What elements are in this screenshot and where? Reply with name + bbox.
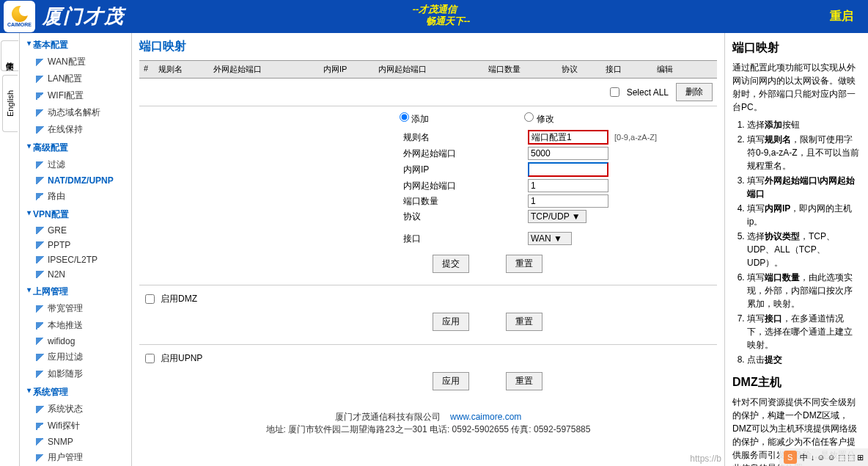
reset-button[interactable]: 重置 (506, 255, 542, 273)
footer-link[interactable]: www.caimore.com (450, 412, 521, 422)
nav-item[interactable]: 过滤 (33, 156, 131, 173)
dmz-label: 启用DMZ (161, 293, 197, 305)
interface-select[interactable]: WAN ▼ (528, 232, 572, 245)
main-content: 端口映射 # 规则名 外网起始端口 内网IP 内网起始端口 端口数量 协议 接口… (132, 33, 724, 466)
select-all-label: Select ALL (627, 87, 669, 98)
protocol-select[interactable]: TCP/UDP ▼ (528, 210, 586, 223)
radio-add[interactable]: 添加 (400, 112, 429, 125)
page-title: 端口映射 (139, 37, 717, 57)
table-header: # 规则名 外网起始端口 内网IP 内网起始端口 端口数量 协议 接口 编辑 (139, 60, 717, 79)
nav-item[interactable]: Wifi探针 (33, 418, 131, 434)
nav-item[interactable]: 用户管理 (33, 449, 131, 466)
dmz-reset-button[interactable]: 重置 (506, 313, 542, 331)
nav-group-title[interactable]: 基本配置 (20, 37, 131, 54)
port-count-input[interactable] (528, 194, 608, 208)
nav-item[interactable]: LAN配置 (33, 70, 131, 87)
nav-item[interactable]: WAN配置 (33, 54, 131, 70)
ext-port-input[interactable] (528, 147, 608, 160)
int-port-input[interactable] (528, 179, 608, 192)
reboot-link[interactable]: 重启 (830, 9, 853, 24)
nav-item[interactable]: 在线保持 (33, 121, 131, 138)
brand-name: 厦门才茂 (43, 4, 125, 29)
nav-item[interactable]: PPTP (33, 238, 131, 252)
nav-item[interactable]: GRE (33, 223, 131, 238)
radio-modify[interactable]: 修改 (524, 112, 553, 125)
delete-button[interactable]: 删除 (676, 83, 713, 101)
nav-item[interactable]: 本地推送 (33, 317, 131, 334)
footer: 厦门才茂通信科技有限公司 www.caimore.com 地址: 厦门市软件园二… (139, 404, 717, 443)
sidebar: 基本配置WAN配置LAN配置WIFI配置动态域名解析在线保持高级配置过滤NAT/… (20, 33, 132, 466)
nav-item[interactable]: NAT/DMZ/UPNP (33, 173, 131, 188)
system-tray: S 中 ↓ ☺ ☺ ⬚ ⬚ ⊞ (779, 448, 868, 466)
nav-item[interactable]: 路由 (33, 188, 131, 205)
nav-item[interactable]: 系统状态 (33, 401, 131, 418)
logo: CAIMORE (4, 1, 35, 32)
help-panel: 端口映射 通过配置此项功能可以实现从外网访问网内的以太网设备。做映射时，外部端口… (724, 33, 868, 466)
select-all-checkbox[interactable] (610, 87, 619, 97)
nav-item[interactable]: N2N (33, 267, 131, 282)
nav-item[interactable]: 动态域名解析 (33, 104, 131, 121)
nav-item[interactable]: IPSEC/L2TP (33, 252, 131, 267)
nav-group-title[interactable]: VPN配置 (20, 206, 131, 223)
rule-name-input[interactable] (528, 130, 608, 145)
nav-item[interactable]: wifidog (33, 334, 131, 349)
tray-icon[interactable]: S (784, 451, 797, 464)
int-ip-input[interactable] (528, 162, 608, 177)
upnp-checkbox[interactable] (145, 354, 155, 363)
nav-group-title[interactable]: 高级配置 (20, 139, 131, 156)
nav-item[interactable]: 带宽管理 (33, 300, 131, 317)
dmz-apply-button[interactable]: 应用 (433, 313, 469, 331)
url-hint: https://b (690, 454, 721, 464)
nav-item[interactable]: 应用过滤 (33, 349, 131, 365)
upnp-reset-button[interactable]: 重置 (506, 372, 542, 390)
submit-button[interactable]: 提交 (433, 255, 469, 273)
nav-item[interactable]: SNMP (33, 434, 131, 449)
nav-group-title[interactable]: 上网管理 (20, 283, 131, 300)
nav-item[interactable]: 如影随形 (33, 365, 131, 382)
nav-group-title[interactable]: 系统管理 (20, 384, 131, 401)
slogan: --才茂通信 畅通天下-- (400, 4, 471, 27)
upnp-label: 启用UPNP (161, 352, 202, 365)
nav-item[interactable]: WIFI配置 (33, 87, 131, 104)
upnp-apply-button[interactable]: 应用 (433, 372, 469, 390)
dmz-checkbox[interactable] (145, 294, 155, 304)
lang-tab-zh[interactable]: 简体中文 (1, 40, 18, 71)
lang-tab-en[interactable]: English (2, 75, 18, 132)
